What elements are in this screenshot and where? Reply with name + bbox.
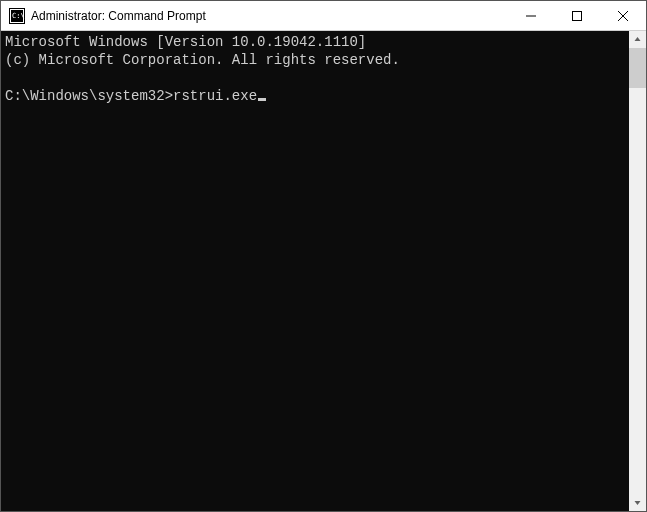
maximize-button[interactable] [554, 1, 600, 30]
command-input[interactable]: rstrui.exe [173, 88, 257, 104]
terminal-area: Microsoft Windows [Version 10.0.19042.11… [1, 31, 646, 511]
version-line: Microsoft Windows [Version 10.0.19042.11… [5, 34, 366, 50]
window-controls [508, 1, 646, 30]
svg-text:C:\: C:\ [12, 12, 25, 20]
titlebar[interactable]: C:\ Administrator: Command Prompt [1, 1, 646, 31]
terminal-content[interactable]: Microsoft Windows [Version 10.0.19042.11… [1, 31, 629, 511]
copyright-line: (c) Microsoft Corporation. All rights re… [5, 52, 400, 68]
scroll-down-button[interactable] [629, 494, 646, 511]
vertical-scrollbar[interactable] [629, 31, 646, 511]
window-title: Administrator: Command Prompt [31, 9, 508, 23]
cmd-icon: C:\ [9, 8, 25, 24]
prompt-text: C:\Windows\system32> [5, 88, 173, 104]
cursor-icon [258, 98, 266, 101]
scroll-up-button[interactable] [629, 31, 646, 48]
close-button[interactable] [600, 1, 646, 30]
minimize-button[interactable] [508, 1, 554, 30]
scroll-thumb[interactable] [629, 48, 646, 88]
svg-rect-5 [573, 11, 582, 20]
